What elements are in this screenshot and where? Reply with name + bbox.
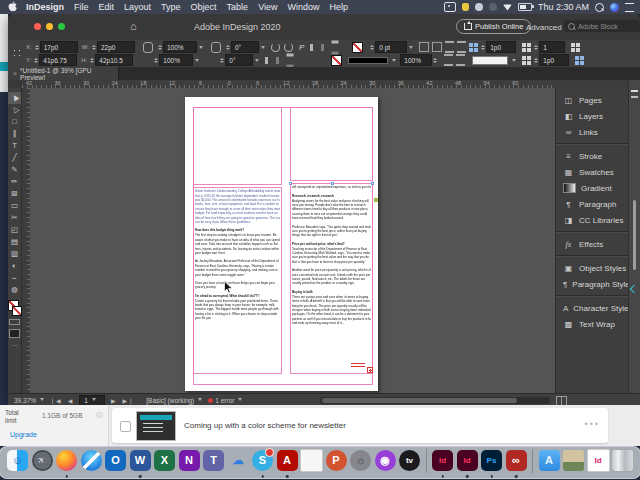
panel-item-object-styles[interactable]: ▣Object Styles [556, 260, 628, 276]
panel-item-paragraph[interactable]: ¶Paragraph [556, 196, 628, 212]
document-tab[interactable]: × *Untitled-1 @ 39% [GPU Preview] [8, 67, 119, 80]
column-gutter-field[interactable]: 1p0 [480, 42, 516, 52]
dock-creative-cloud[interactable]: ∞ [505, 449, 528, 473]
publish-online-button[interactable]: Publish Online [456, 19, 531, 34]
color-theme-tool[interactable]: ◐ [8, 260, 21, 272]
spotlight-icon[interactable] [595, 3, 604, 12]
battery-icon[interactable] [518, 3, 532, 11]
zoom-level-dropdown[interactable]: 39.37% [14, 397, 44, 404]
scale-x-field[interactable]: 100% [157, 42, 203, 52]
drop-shadow-icon[interactable] [456, 54, 465, 66]
dock-outlook[interactable]: O [104, 449, 127, 473]
dock-safari[interactable] [80, 449, 103, 473]
height-field[interactable]: H:42p10.5 [81, 55, 133, 65]
menu-item-edit[interactable]: Edit [94, 2, 120, 12]
panel-item-paragraph-styles[interactable]: ¶Paragraph Styles [556, 276, 628, 292]
upgrade-link[interactable]: Upgrade [10, 431, 37, 438]
flip-vertical-icon[interactable] [332, 40, 339, 54]
dock-applications-folder[interactable]: A [538, 449, 561, 473]
direct-selection-tool[interactable]: ▷ [8, 104, 21, 116]
dock-skype[interactable]: S [251, 449, 274, 473]
pen-tool[interactable]: ✎ [8, 164, 21, 176]
stock-search-input[interactable]: Adobe Stock [564, 20, 640, 32]
gradient-swatch-tool[interactable]: ▤ [8, 236, 21, 248]
dock-firefox[interactable] [55, 449, 78, 473]
dock-system-preferences[interactable]: ☼ [349, 449, 372, 473]
flip-horizontal-icon[interactable] [310, 44, 324, 51]
vertical-scrollbar[interactable] [633, 200, 636, 270]
grid-highlight-icon[interactable] [575, 56, 584, 65]
align-bottom-icon[interactable] [457, 41, 466, 53]
document-page[interactable]: Urban Institute's Understanding College … [185, 97, 378, 391]
overset-text-indicator[interactable] [367, 367, 373, 373]
constrain-proportions-icon[interactable] [143, 42, 153, 53]
panel-item-cc-libraries[interactable]: ◨CC Libraries [556, 212, 628, 228]
opacity-field[interactable]: 100% [400, 55, 438, 65]
corner-options-icon[interactable] [419, 42, 429, 52]
panel-item-effects[interactable]: fxEffects [556, 236, 628, 252]
zoom-tool[interactable]: ◍ [8, 284, 21, 296]
scale-y-field[interactable]: 100% [153, 55, 199, 65]
next-page-button[interactable]: ▶ [111, 397, 117, 404]
text-frame-left[interactable]: Urban Institute's Understanding College … [193, 187, 282, 374]
notification-center-icon[interactable] [625, 3, 634, 12]
rotate-ccw-icon[interactable] [271, 43, 280, 52]
task-checkbox[interactable] [120, 421, 131, 432]
scissors-tool[interactable]: ✂ [8, 212, 21, 224]
flip-icon[interactable] [265, 57, 279, 64]
page-tool[interactable]: □ [8, 116, 21, 128]
dock-apple-tv[interactable]: tv [398, 449, 421, 473]
scrollbar-thumb[interactable] [322, 398, 517, 403]
frame-fitting-icon[interactable] [432, 42, 442, 52]
dock-onedrive[interactable]: ☁ [227, 449, 250, 473]
menu-item-indesign[interactable]: InDesign [21, 2, 69, 12]
expand-panels-icon[interactable] [630, 285, 638, 293]
stroke-swatch-none[interactable] [331, 55, 342, 66]
flip-icon-2[interactable] [287, 53, 294, 67]
dock-acrobat[interactable]: A [276, 449, 299, 473]
panel-item-stroke[interactable]: ≡Stroke [556, 148, 628, 164]
dock-preview-doc[interactable] [300, 449, 323, 473]
effects-icon[interactable] [444, 54, 453, 66]
dock-teams[interactable]: T [202, 449, 225, 473]
hand-tool[interactable]: ⌣ [8, 272, 21, 284]
minimize-button[interactable] [46, 23, 53, 30]
wifi-icon[interactable] [503, 4, 512, 11]
dock-indesign-2[interactable]: Id [456, 449, 479, 473]
first-page-button[interactable]: ❘◀ [50, 397, 62, 404]
screen-record-icon[interactable] [444, 2, 456, 12]
menu-item-view[interactable]: View [253, 2, 282, 12]
fill-color-dropdown[interactable] [472, 56, 508, 65]
x-position-field[interactable]: X:17p0 [26, 42, 78, 52]
panel-item-swatches[interactable]: ▦Swatches [556, 164, 628, 180]
type-tool[interactable]: T [8, 140, 21, 152]
close-button[interactable] [34, 23, 41, 30]
shield-icon[interactable] [462, 3, 469, 11]
shear-angle-field[interactable]: 0° [219, 55, 259, 65]
text-frame-right[interactable]: will overspend on unprioritized expenses… [290, 183, 373, 374]
link-scale-icon[interactable] [211, 42, 221, 53]
selection-tool[interactable]: ▶ [8, 92, 21, 104]
panel-item-layers[interactable]: ◧Layers [556, 108, 628, 124]
panel-collapse-strip[interactable] [628, 80, 640, 393]
menu-item-object[interactable]: Object [186, 2, 222, 12]
menu-item-file[interactable]: File [69, 2, 94, 12]
menubar-clock[interactable]: Thu 2:30 AM [538, 2, 589, 12]
dock-launchpad[interactable]: ✈ [31, 449, 54, 473]
rotation-angle-field[interactable]: 0° [225, 42, 265, 52]
page-number-field[interactable]: 1 [79, 395, 105, 406]
panel-item-character-styles[interactable]: ACharacter Styles [556, 300, 628, 316]
home-icon[interactable]: ⌂ [130, 20, 137, 32]
line-tool[interactable]: ╱ [8, 152, 21, 164]
rectangle-tool[interactable]: ▭ [8, 200, 21, 212]
rotate-cw-icon[interactable] [284, 43, 293, 52]
stroke-weight-field[interactable]: 0 pt [369, 42, 413, 52]
image-frame-right[interactable] [290, 107, 373, 181]
menu-item-help[interactable]: Help [325, 2, 354, 12]
frame-handle[interactable] [371, 182, 374, 185]
align-top-icon[interactable] [445, 41, 454, 53]
pasteboard[interactable]: Urban Institute's Understanding College … [30, 88, 555, 393]
dock-powerpoint[interactable]: P [325, 449, 348, 473]
dock-image-file[interactable] [562, 449, 585, 473]
gap-tool[interactable]: ∥ [8, 128, 21, 140]
